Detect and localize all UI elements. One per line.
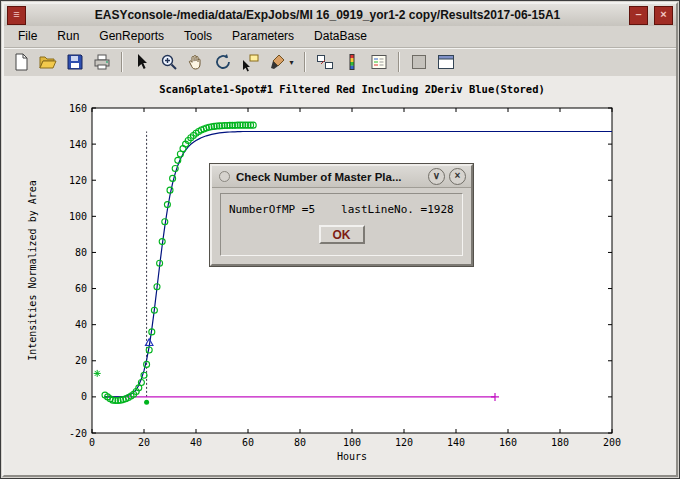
x-tick-label: 200 bbox=[603, 437, 621, 448]
figure-area: 020406080100120140160180200-200204060801… bbox=[4, 76, 676, 475]
x-tick-label: 160 bbox=[499, 437, 517, 448]
series-below-baseline-dot bbox=[144, 400, 149, 405]
pan-hand-icon bbox=[186, 52, 206, 72]
data-cursor-icon[interactable] bbox=[237, 50, 263, 74]
menu-database[interactable]: DataBase bbox=[304, 27, 377, 46]
y-tick-label: 0 bbox=[81, 391, 87, 402]
brush-icon[interactable]: ▾ bbox=[264, 50, 298, 74]
window-menu-button[interactable]: ≡ bbox=[7, 6, 26, 25]
y-tick-label: 160 bbox=[69, 103, 87, 114]
dropdown-arrow-icon[interactable]: ▾ bbox=[289, 58, 293, 67]
colorbar-icon bbox=[342, 52, 362, 72]
dialog-check-number-of-master-plates: Check Number of Master Pla... ∨ × Number… bbox=[210, 164, 473, 266]
colorbar-icon[interactable] bbox=[339, 50, 365, 74]
axes-box bbox=[92, 108, 612, 433]
series-start-asterisk bbox=[94, 370, 101, 377]
x-tick-label: 40 bbox=[190, 437, 202, 448]
print-icon bbox=[92, 52, 112, 72]
edit-arrow-icon bbox=[132, 52, 152, 72]
link-plots-icon[interactable] bbox=[312, 50, 338, 74]
y-tick-label: 40 bbox=[75, 319, 87, 330]
show-plot-tools-icon bbox=[436, 52, 456, 72]
zoom-in-icon bbox=[159, 52, 179, 72]
menu-bar: FileRunGenReportsToolsParametersDataBase bbox=[4, 26, 676, 47]
save-icon[interactable] bbox=[62, 50, 88, 74]
x-tick-label: 120 bbox=[395, 437, 413, 448]
open-folder-icon[interactable] bbox=[35, 50, 61, 74]
close-button[interactable]: × bbox=[654, 6, 673, 25]
save-icon bbox=[65, 52, 85, 72]
toolbar: ▾ bbox=[4, 47, 676, 77]
menu-tools[interactable]: Tools bbox=[174, 27, 222, 46]
plot-title: Scan6plate1-Spot#1 Filtered Red Includin… bbox=[159, 83, 545, 95]
hide-plot-tools-icon[interactable] bbox=[406, 50, 432, 74]
ok-button[interactable]: OK bbox=[319, 225, 365, 244]
toolbar-separator bbox=[121, 52, 123, 72]
title-bar[interactable]: ≡ EASYconsole-/media/data/ExpJobs/MI 16_… bbox=[4, 4, 676, 27]
dialog-title: Check Number of Master Pla... bbox=[236, 171, 424, 183]
y-tick-label: 120 bbox=[69, 175, 87, 186]
rotate-3d-icon[interactable] bbox=[210, 50, 236, 74]
menu-file[interactable]: File bbox=[8, 27, 47, 46]
app-window: ≡ EASYconsole-/media/data/ExpJobs/MI 16_… bbox=[0, 0, 680, 479]
dialog-fields: NumberOfMP =5 lastLineNo. =1928 bbox=[221, 194, 462, 216]
toolbar-separator bbox=[398, 52, 400, 72]
brush-icon bbox=[268, 52, 288, 72]
y-tick-label: 80 bbox=[75, 247, 87, 258]
x-axis-label: Hours bbox=[337, 451, 367, 462]
data-cursor-icon bbox=[240, 52, 260, 72]
x-tick-label: 0 bbox=[89, 437, 95, 448]
menu-genreports[interactable]: GenReports bbox=[89, 27, 174, 46]
link-plots-icon bbox=[315, 52, 335, 72]
rotate-3d-icon bbox=[213, 52, 233, 72]
dialog-title-bar[interactable]: Check Number of Master Pla... ∨ × bbox=[212, 166, 471, 188]
x-tick-label: 80 bbox=[294, 437, 306, 448]
plot-canvas[interactable]: 020406080100120140160180200-200204060801… bbox=[4, 76, 678, 477]
menu-run[interactable]: Run bbox=[47, 27, 89, 46]
zoom-in-icon[interactable] bbox=[156, 50, 182, 74]
legend-icon bbox=[369, 52, 389, 72]
new-file-icon[interactable] bbox=[8, 50, 34, 74]
menu-parameters[interactable]: Parameters bbox=[222, 27, 304, 46]
x-tick-label: 20 bbox=[138, 437, 150, 448]
dialog-close-button[interactable]: × bbox=[449, 168, 466, 185]
y-axis-label: Intensities Normalized by Area bbox=[27, 180, 38, 361]
dialog-menu-icon bbox=[219, 171, 230, 182]
x-tick-label: 60 bbox=[242, 437, 254, 448]
x-tick-label: 140 bbox=[447, 437, 465, 448]
y-tick-label: 100 bbox=[69, 211, 87, 222]
new-file-icon bbox=[11, 52, 31, 72]
window-title: EASYconsole-/media/data/ExpJobs/MI 16_09… bbox=[29, 8, 626, 22]
dialog-shade-button[interactable]: ∨ bbox=[428, 168, 445, 185]
hide-plot-tools-icon bbox=[409, 52, 429, 72]
minimize-button[interactable]: – bbox=[629, 6, 648, 25]
edit-arrow-icon[interactable] bbox=[129, 50, 155, 74]
show-plot-tools-icon[interactable] bbox=[433, 50, 459, 74]
y-tick-label: 140 bbox=[69, 139, 87, 150]
dialog-body: NumberOfMP =5 lastLineNo. =1928 OK bbox=[220, 193, 463, 256]
toolbar-separator bbox=[304, 52, 306, 72]
pan-hand-icon[interactable] bbox=[183, 50, 209, 74]
x-tick-label: 180 bbox=[551, 437, 569, 448]
dialog-field-lastlineno: lastLineNo. =1928 bbox=[341, 203, 454, 216]
y-tick-label: 60 bbox=[75, 283, 87, 294]
print-icon[interactable] bbox=[89, 50, 115, 74]
legend-icon[interactable] bbox=[366, 50, 392, 74]
dialog-field-numberofmp: NumberOfMP =5 bbox=[229, 203, 315, 216]
y-tick-label: 20 bbox=[75, 355, 87, 366]
y-tick-label: -20 bbox=[69, 428, 87, 439]
open-folder-icon bbox=[38, 52, 58, 72]
x-tick-label: 100 bbox=[343, 437, 361, 448]
